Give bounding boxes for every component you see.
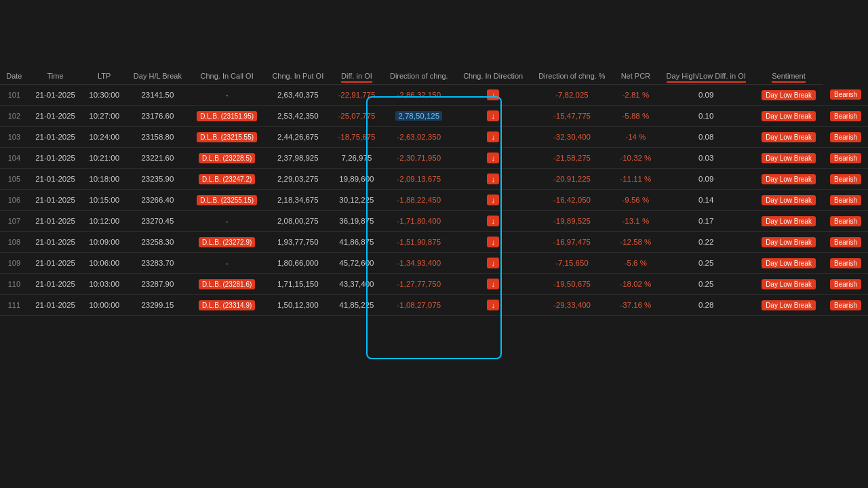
cell-dir-pct: -11.11 % <box>613 169 658 190</box>
cell-ltp: 23266.40 <box>126 190 189 211</box>
cell-call-oi: 2,63,40,375 <box>264 85 331 106</box>
col-header-time: Time <box>28 68 83 85</box>
cell-row-id: 103 <box>0 127 28 148</box>
cell-break: - <box>189 211 265 232</box>
cell-day-diff: Day Low Break <box>754 169 823 190</box>
cell-date: 21-01-2025 <box>28 85 83 106</box>
cell-time: 10:00:00 <box>82 295 126 316</box>
cell-put-oi: 36,19,875 <box>331 211 382 232</box>
cell-diff-oi: -1,71,80,400 <box>382 211 456 232</box>
cell-date: 21-01-2025 <box>28 211 83 232</box>
cell-call-oi: 2,44,26,675 <box>264 127 331 148</box>
cell-ltp: 23258.30 <box>126 232 189 253</box>
cell-row-id: 106 <box>0 190 28 211</box>
cell-net-pcr: 0.22 <box>658 232 754 253</box>
cell-time: 10:09:00 <box>82 232 126 253</box>
cell-row-id: 105 <box>0 169 28 190</box>
cell-ltp: 23299.15 <box>126 295 189 316</box>
bearish-badge: Bearish <box>830 279 861 289</box>
cell-chng-dir: -16,97,475 <box>531 232 614 253</box>
cell-row-id: 104 <box>0 148 28 169</box>
cell-ltp: 23141.50 <box>126 85 189 106</box>
cell-date: 21-01-2025 <box>28 190 83 211</box>
cell-row-id: 108 <box>0 232 28 253</box>
direction-arrow-icon: ↓ <box>487 216 499 226</box>
cell-sentiment: Bearish <box>823 106 868 127</box>
cell-dir-pct: -14 % <box>613 127 658 148</box>
cell-break-dash: - <box>226 91 229 99</box>
cell-chng-dir: -7,15,650 <box>531 253 614 274</box>
dlb-badge: D.L.B. (23272.9) <box>199 237 255 247</box>
direction-arrow-icon: ↓ <box>487 258 499 268</box>
cell-diff-oi: -2,63,02,350 <box>382 127 456 148</box>
cell-break-dash: - <box>226 217 229 225</box>
cell-call-oi: 2,29,03,275 <box>264 169 331 190</box>
table-row: 109 21-01-2025 10:06:00 23283.70 - 1,80,… <box>0 253 868 274</box>
day-low-break-badge: Day Low Break <box>762 258 816 268</box>
cell-chng-dir: -15,47,775 <box>531 106 614 127</box>
cell-day-diff: Day Low Break <box>754 190 823 211</box>
cell-chng-dir: -16,42,050 <box>531 190 614 211</box>
cell-call-oi: 1,50,12,300 <box>264 295 331 316</box>
col-header-day-diff: Day High/Low Diff. in OI <box>658 68 754 85</box>
cell-break: D.L.B. (23151.95) <box>189 106 265 127</box>
dlb-badge: D.L.B. (23151.95) <box>197 111 257 121</box>
cell-row-id: 111 <box>0 295 28 316</box>
cell-call-oi: 2,53,42,350 <box>264 106 331 127</box>
cell-call-oi: 2,37,98,925 <box>264 148 331 169</box>
data-table: Date Time LTP Day H/L Break Chng. In Cal… <box>0 68 868 316</box>
cell-ltp: 23235.90 <box>126 169 189 190</box>
cell-sentiment: Bearish <box>823 127 868 148</box>
cell-time: 10:27:00 <box>82 106 126 127</box>
main-table-container: Date Time LTP Day H/L Break Chng. In Cal… <box>0 0 868 316</box>
cell-diff-oi: -1,88,22,450 <box>382 190 456 211</box>
diff-oi-value: -1,34,93,400 <box>397 259 441 267</box>
cell-date: 21-01-2025 <box>28 295 83 316</box>
cell-ltp: 23283.70 <box>126 253 189 274</box>
cell-day-diff: Day Low Break <box>754 148 823 169</box>
cell-day-diff: Day Low Break <box>754 211 823 232</box>
cell-call-oi: 1,93,77,750 <box>264 232 331 253</box>
table-header-row: Date Time LTP Day H/L Break Chng. In Cal… <box>0 68 868 85</box>
cell-ltp: 23158.80 <box>126 127 189 148</box>
cell-ltp: 23270.45 <box>126 211 189 232</box>
col-header-diff-oi: Diff. in OI <box>331 68 382 85</box>
direction-arrow-icon: ↓ <box>487 89 499 100</box>
cell-day-diff: Day Low Break <box>754 85 823 106</box>
cell-date: 21-01-2025 <box>28 274 83 295</box>
cell-time: 10:03:00 <box>82 274 126 295</box>
cell-day-diff: Day Low Break <box>754 295 823 316</box>
cell-put-oi: -22,91,775 <box>331 85 382 106</box>
cell-date: 21-01-2025 <box>28 232 83 253</box>
direction-arrow-icon: ↓ <box>487 110 499 121</box>
cell-put-oi: 43,37,400 <box>331 274 382 295</box>
cell-put-oi: 45,72,600 <box>331 253 382 274</box>
table-row: 101 21-01-2025 10:30:00 23141.50 - 2,63,… <box>0 85 868 106</box>
table-row: 111 21-01-2025 10:00:00 23299.15 D.L.B. … <box>0 295 868 316</box>
cell-time: 10:18:00 <box>82 169 126 190</box>
cell-chng-dir: -32,30,400 <box>531 127 614 148</box>
diff-oi-value: -2,86,32,150 <box>397 91 441 99</box>
cell-ltp: 23287.90 <box>126 274 189 295</box>
col-header-call-oi: Chng. In Call OI <box>189 68 265 85</box>
bearish-badge: Bearish <box>830 258 861 268</box>
cell-put-oi: 41,85,225 <box>331 295 382 316</box>
cell-direction: ↓ <box>456 211 531 232</box>
cell-break: D.L.B. (23314.9) <box>189 295 265 316</box>
bearish-badge: Bearish <box>830 111 861 121</box>
day-low-break-badge: Day Low Break <box>762 216 816 226</box>
cell-sentiment: Bearish <box>823 274 868 295</box>
cell-day-diff: Day Low Break <box>754 253 823 274</box>
cell-sentiment: Bearish <box>823 211 868 232</box>
cell-dir-pct: -5.88 % <box>613 106 658 127</box>
cell-time: 10:24:00 <box>82 127 126 148</box>
cell-day-diff: Day Low Break <box>754 232 823 253</box>
bearish-badge: Bearish <box>830 195 861 205</box>
cell-time: 10:15:00 <box>82 190 126 211</box>
cell-call-oi: 2,18,34,675 <box>264 190 331 211</box>
cell-call-oi: 1,71,15,150 <box>264 274 331 295</box>
cell-time: 10:30:00 <box>82 85 126 106</box>
cell-ltp: 23221.60 <box>126 148 189 169</box>
cell-sentiment: Bearish <box>823 85 868 106</box>
direction-arrow-icon: ↓ <box>487 279 499 289</box>
